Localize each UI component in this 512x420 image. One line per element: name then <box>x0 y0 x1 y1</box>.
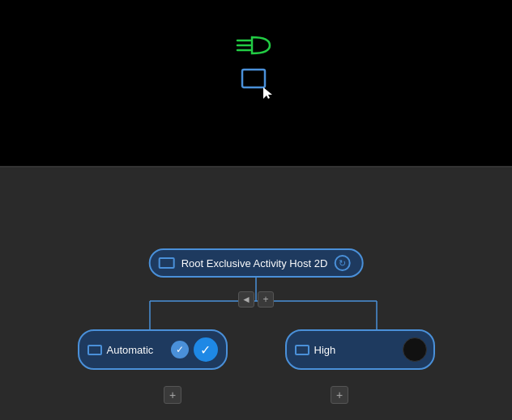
root-node-label: Root Exclusive Activity Host 2D <box>181 257 328 269</box>
middle-area <box>0 168 512 220</box>
automatic-node-label: Automatic <box>107 344 166 356</box>
high-node-circle <box>403 337 427 362</box>
icon-container <box>236 32 276 99</box>
svg-marker-4 <box>263 87 272 99</box>
root-node[interactable]: Root Exclusive Activity Host 2D ↻ <box>149 248 364 278</box>
preview-area <box>0 0 512 166</box>
automatic-node-monitor-icon <box>87 345 102 355</box>
svg-rect-3 <box>242 70 265 87</box>
automatic-confirm-icon[interactable]: ✓ <box>194 337 218 362</box>
child-nodes-row: Automatic ✓ ✓ High <box>0 329 512 370</box>
high-node-monitor-icon <box>295 345 309 355</box>
collapse-button[interactable]: ◄ <box>238 291 254 308</box>
root-node-refresh-icon[interactable]: ↻ <box>334 255 350 271</box>
tree-controls: ◄ + <box>238 291 274 308</box>
automatic-node[interactable]: Automatic ✓ ✓ <box>78 329 228 370</box>
tree-area: Root Exclusive Activity Host 2D ↻ ◄ + Au… <box>0 220 512 420</box>
high-node-label: High <box>314 344 398 356</box>
automatic-add-button[interactable]: + <box>164 386 181 404</box>
cursor-icon <box>263 87 275 100</box>
high-node[interactable]: High <box>285 329 435 370</box>
add-buttons-row: + + <box>0 386 512 404</box>
high-add-button[interactable]: + <box>331 386 348 404</box>
automatic-check-icon[interactable]: ✓ <box>171 341 189 358</box>
root-node-monitor-icon <box>159 257 175 269</box>
expand-button[interactable]: + <box>258 291 274 308</box>
headlight-icon <box>236 32 276 58</box>
